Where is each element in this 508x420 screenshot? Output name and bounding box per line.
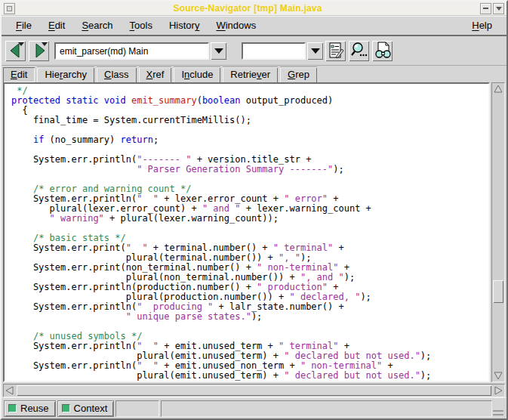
code-line: protected static void emit_summary(boole… — [11, 96, 488, 106]
code-line: plural(emit.unused_term) + " declared bu… — [11, 371, 488, 381]
right-arrow-icon — [494, 386, 503, 395]
tab-include[interactable]: Include — [174, 66, 220, 82]
search-combobox-arrow-button[interactable] — [307, 42, 323, 60]
chevron-down-icon — [214, 48, 223, 54]
horizontal-scroll-thumb[interactable] — [17, 385, 491, 396]
tab-grep[interactable]: Grep — [280, 66, 317, 82]
left-arrow-icon — [5, 386, 14, 395]
grep-binoculars-icon — [373, 41, 393, 60]
maximize-icon — [496, 7, 502, 11]
titlebar: Source-Navigator [tmp] Main.java — [2, 2, 506, 16]
search-combobox — [242, 42, 323, 60]
tab-edit[interactable]: Edit — [3, 67, 35, 82]
search-button[interactable] — [349, 41, 369, 61]
status-panel-left — [115, 400, 159, 417]
tab-hierarchy[interactable]: Hierarchy — [37, 66, 94, 82]
back-dropdown-icon — [18, 42, 24, 46]
tab-xref[interactable]: Xref — [139, 66, 172, 82]
search-combobox-value[interactable] — [242, 42, 306, 60]
scroll-down-button[interactable] — [492, 369, 504, 381]
code-line: final_time = System.currentTimeMillis(); — [11, 116, 488, 125]
menu-right: Help — [465, 17, 499, 33]
context-toggle-button[interactable]: Context — [57, 400, 115, 417]
code-line: " Parser Generation Summary -------"); — [11, 165, 488, 174]
context-label: Context — [74, 403, 108, 414]
toolbar: emit_parser(md) Main — [2, 36, 506, 66]
code-editor[interactable]: */protected static void emit_summary(boo… — [3, 82, 490, 382]
window-title: Source-Navigator [tmp] Main.java — [16, 3, 479, 14]
symbol-combobox-arrow-button[interactable] — [211, 42, 226, 60]
reuse-indicator-icon — [8, 404, 17, 412]
menu-left: FileEditSearchToolsHistoryWindows — [9, 17, 465, 33]
down-arrow-icon — [494, 371, 503, 380]
reuse-toggle-button[interactable]: Reuse — [4, 400, 56, 417]
code-line: " warning" + plural(lexer.warning_count)… — [11, 214, 488, 224]
symbol-combobox: emit_parser(md) Main — [54, 42, 226, 60]
minimize-icon — [483, 8, 488, 9]
status-panel-message — [161, 400, 492, 417]
up-arrow-icon — [494, 85, 503, 94]
menubar: FileEditSearchToolsHistoryWindows Help — [2, 16, 506, 36]
editor-area: */protected static void emit_summary(boo… — [2, 82, 506, 382]
editor-button[interactable] — [325, 41, 346, 61]
menu-search[interactable]: Search — [75, 17, 119, 33]
menu-help[interactable]: Help — [465, 17, 499, 33]
menu-file[interactable]: File — [9, 17, 38, 33]
history-back-button[interactable] — [5, 41, 26, 61]
grep-button[interactable] — [372, 41, 393, 61]
history-forward-button[interactable] — [29, 41, 49, 61]
scroll-right-button[interactable] — [492, 384, 504, 397]
app-window: Source-Navigator [tmp] Main.java FileEdi… — [0, 0, 508, 420]
menu-history[interactable]: History — [162, 17, 206, 33]
context-indicator-icon — [62, 404, 70, 412]
horizontal-scrollbar[interactable] — [3, 384, 505, 397]
forward-dropdown-icon — [42, 42, 48, 46]
vertical-scroll-thumb[interactable] — [493, 280, 503, 303]
maximize-button[interactable] — [493, 3, 504, 14]
magnifier-icon — [349, 41, 369, 60]
code-line: " unique parse states."); — [11, 312, 488, 322]
statusbar: Reuse Context — [2, 397, 506, 418]
symbol-combobox-value[interactable]: emit_parser(md) Main — [54, 42, 209, 60]
editor-document-icon — [326, 41, 346, 60]
menu-edit[interactable]: Edit — [42, 17, 72, 33]
window-menu-icon — [7, 6, 12, 11]
tab-retriever[interactable]: Retriever — [223, 66, 278, 82]
chevron-down-icon — [311, 48, 320, 54]
scroll-left-button[interactable] — [4, 384, 16, 397]
resize-grip[interactable] — [493, 410, 503, 415]
vertical-scrollbar[interactable] — [491, 82, 505, 382]
window-menu-button[interactable] — [4, 3, 15, 14]
code-line: if (no_summary) return; — [11, 135, 488, 145]
tab-class[interactable]: Class — [97, 66, 137, 82]
scroll-up-button[interactable] — [492, 83, 504, 95]
menu-windows[interactable]: Windows — [209, 17, 263, 33]
minimize-button[interactable] — [480, 3, 491, 14]
vertical-scroll-trough[interactable] — [492, 95, 504, 369]
menu-tools[interactable]: Tools — [123, 17, 159, 33]
view-tabbar: EditHierarchyClassXrefIncludeRetrieverGr… — [2, 66, 506, 82]
reuse-label: Reuse — [20, 403, 49, 414]
